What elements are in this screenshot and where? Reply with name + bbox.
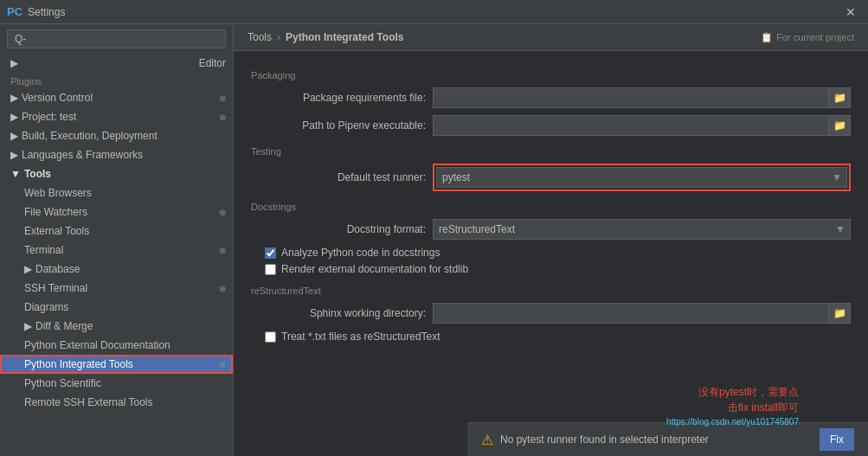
package-requirements-label: Package requirements file: — [251, 92, 433, 104]
sidebar-item-label: Build, Execution, Deployment — [22, 130, 158, 142]
link-icon: ⊕ — [219, 246, 226, 255]
breadcrumb-current: Python Integrated Tools — [286, 31, 403, 43]
sidebar-item-remote-ssh[interactable]: Remote SSH External Tools — [0, 393, 233, 412]
watermark-line2: 击fix install即可 — [666, 400, 799, 415]
analyze-python-docstrings-checkbox[interactable] — [265, 247, 276, 259]
package-requirements-browse-btn[interactable]: 📁 — [828, 87, 851, 108]
project-icon: 📋 — [761, 32, 773, 43]
arrow-icon: ▶ — [10, 111, 18, 123]
sidebar-item-label: Diagrams — [24, 301, 68, 313]
sidebar-item-tools[interactable]: ▼ Tools — [0, 164, 233, 183]
sidebar-item-label: External Tools — [24, 225, 89, 237]
sidebar-item-label: Python Integrated Tools — [24, 358, 133, 370]
sidebar-item-label: Database — [35, 263, 80, 275]
sidebar-item-external-tools[interactable]: External Tools — [0, 222, 233, 241]
arrow-expanded-icon: ▼ — [10, 168, 21, 180]
search-input[interactable] — [7, 29, 226, 48]
treat-txt-label: Treat *.txt files as reStructuredText — [281, 331, 440, 343]
window-title: Settings — [28, 6, 65, 18]
analyze-python-docstrings-row: Analyze Python code in docstrings — [251, 247, 851, 259]
sphinx-working-dir-browse-btn[interactable]: 📁 — [828, 303, 851, 324]
warning-text: No pytest runner found in selected inter… — [500, 434, 813, 446]
warning-bar: ⚠ No pytest runner found in selected int… — [467, 422, 868, 456]
sidebar-item-diff-merge[interactable]: ▶ Diff & Merge — [0, 317, 233, 336]
packaging-section-title: Packaging — [251, 70, 851, 80]
render-external-doc-checkbox[interactable] — [265, 264, 276, 275]
breadcrumb-separator: › — [277, 31, 280, 43]
default-test-runner-select[interactable]: pytest unittest nose — [436, 167, 847, 188]
breadcrumb-parent: Tools — [248, 31, 272, 43]
sidebar-item-file-watchers[interactable]: File Watchers ⊕ — [0, 202, 233, 222]
render-external-doc-row: Render external documentation for stdlib — [251, 263, 851, 275]
for-current-project-label: For current project — [776, 32, 854, 42]
sidebar-item-python-external-doc[interactable]: Python External Documentation — [0, 336, 233, 355]
content-header: Tools › Python Integrated Tools 📋 For cu… — [234, 24, 868, 51]
sidebar-item-terminal[interactable]: Terminal ⊕ — [0, 241, 233, 260]
fix-button[interactable]: Fix — [820, 428, 854, 451]
treat-txt-checkbox[interactable] — [265, 331, 276, 343]
treat-txt-row: Treat *.txt files as reStructuredText — [251, 331, 851, 343]
sidebar-item-label: Web Browsers — [24, 187, 92, 199]
docstrings-section-title: Docstrings — [251, 202, 851, 212]
sidebar-item-web-browsers[interactable]: Web Browsers — [0, 183, 233, 202]
link-icon: ⊕ — [219, 284, 226, 293]
sidebar-item-build-execution[interactable]: ▶ Build, Execution, Deployment — [0, 126, 233, 145]
arrow-icon: ▶ — [10, 57, 18, 69]
arrow-icon: ▶ — [10, 149, 18, 161]
sphinx-working-dir-label: Sphinx working directory: — [251, 307, 433, 319]
sidebar-item-editor[interactable]: ▶ Editor — [0, 54, 233, 73]
default-test-runner-label: Default test runner: — [251, 171, 433, 183]
sidebar-item-ssh-terminal[interactable]: SSH Terminal ⊕ — [0, 279, 233, 298]
title-bar: PC Settings ✕ — [0, 0, 868, 24]
arrow-icon: ▶ — [10, 130, 18, 142]
docstring-format-wrapper: reStructuredText Google NumPy ▼ — [433, 219, 851, 240]
sidebar-item-version-control[interactable]: ▶ Version Control ⊕ — [0, 88, 233, 107]
package-requirements-input[interactable] — [433, 87, 828, 108]
sphinx-working-dir-row: Sphinx working directory: 📁 — [251, 303, 851, 324]
main-layout: ▶ Editor Plugins ▶ Version Control ⊕ ▶ P… — [0, 24, 868, 456]
arrow-icon: ▶ — [24, 320, 32, 332]
pipenv-path-browse-btn[interactable]: 📁 — [828, 115, 851, 136]
sidebar-item-python-scientific[interactable]: Python Scientific — [0, 374, 233, 393]
arrow-icon: ▶ — [10, 92, 18, 104]
link-icon: ⊕ — [219, 360, 226, 369]
analyze-python-docstrings-label: Analyze Python code in docstrings — [281, 247, 440, 259]
link-icon: ⊕ — [219, 93, 226, 103]
sidebar-item-label: Project: test — [22, 111, 76, 123]
sidebar-item-languages-frameworks[interactable]: ▶ Languages & Frameworks — [0, 145, 233, 164]
pipenv-path-row: Path to Pipenv executable: 📁 — [251, 115, 851, 136]
sidebar-item-diagrams[interactable]: Diagrams — [0, 298, 233, 317]
sphinx-working-dir-wrapper: 📁 — [433, 303, 851, 324]
default-test-runner-row: Default test runner: pytest unittest nos… — [251, 164, 851, 191]
watermark-line1: 没有pytest时，需要点 — [666, 384, 799, 400]
sidebar-item-python-integrated-tools[interactable]: Python Integrated Tools ⊕ — [0, 355, 233, 374]
sidebar-plugins-label: Plugins — [0, 73, 233, 88]
render-external-doc-label: Render external documentation for stdlib — [281, 263, 468, 275]
sidebar-item-label: Remote SSH External Tools — [24, 396, 153, 408]
default-test-runner-wrapper: pytest unittest nose ▼ — [436, 167, 847, 188]
link-icon: ⊕ — [219, 208, 226, 217]
sphinx-working-dir-input[interactable] — [433, 303, 828, 324]
docstring-format-row: Docstring format: reStructuredText Googl… — [251, 219, 851, 240]
app-icon: PC — [7, 5, 23, 18]
docstring-format-select[interactable]: reStructuredText Google NumPy — [433, 219, 851, 240]
close-button[interactable]: ✕ — [840, 5, 861, 19]
for-current-project: 📋 For current project — [761, 32, 854, 43]
testing-section-title: Testing — [251, 146, 851, 157]
pipenv-path-input[interactable] — [433, 115, 828, 136]
docstring-format-label: Docstring format: — [251, 223, 433, 235]
sidebar-item-label: Diff & Merge — [35, 320, 93, 332]
sidebar-item-label: Languages & Frameworks — [22, 149, 143, 161]
sidebar-item-database[interactable]: ▶ Database — [0, 260, 233, 279]
pipenv-path-field-wrapper: 📁 — [433, 115, 851, 136]
restructuredtext-section-title: reStructuredText — [251, 286, 851, 296]
warning-icon: ⚠ — [481, 432, 493, 448]
sidebar-item-label: Python Scientific — [24, 377, 101, 389]
link-icon: ⊕ — [219, 112, 226, 122]
testing-highlight-wrapper: pytest unittest nose ▼ — [433, 164, 851, 191]
sidebar-item-label: Tools — [24, 168, 51, 180]
content-body: Packaging Package requirements file: 📁 P… — [234, 51, 868, 357]
sidebar-item-project-test[interactable]: ▶ Project: test ⊕ — [0, 107, 233, 126]
sidebar-item-label: Editor — [199, 57, 226, 69]
sidebar: ▶ Editor Plugins ▶ Version Control ⊕ ▶ P… — [0, 24, 234, 456]
